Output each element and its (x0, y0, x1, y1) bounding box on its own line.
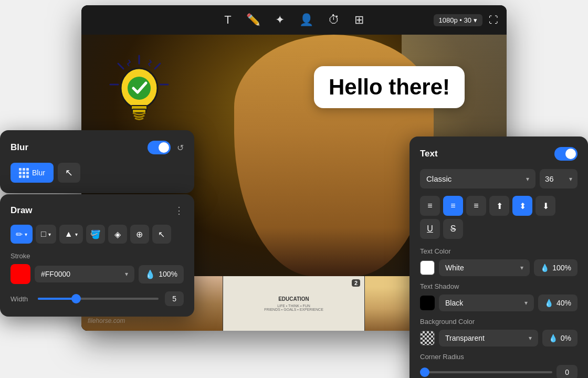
blur-toggle[interactable] (148, 141, 171, 154)
bg-color-label: Background Color (420, 318, 578, 326)
align-right-button[interactable]: ≡ (466, 196, 486, 216)
corner-radius-slider[interactable] (420, 371, 552, 373)
opacity-icon: 💧 (145, 269, 155, 279)
align-right-icon: ≡ (474, 201, 478, 211)
text-shadow-opacity-value: 40% (556, 299, 571, 307)
draw-more-icon[interactable]: ⋮ (174, 205, 184, 216)
timer-tool-icon[interactable]: ⏱ (328, 13, 340, 27)
text-top-button[interactable]: ⬆ (489, 196, 509, 216)
svg-line-3 (118, 64, 123, 69)
pen-draw-tool[interactable]: ✏ ▾ (10, 225, 33, 244)
align-center-icon: ≡ (450, 201, 455, 211)
magic-tool-icon[interactable]: ✦ (275, 13, 285, 27)
shape-draw-tool[interactable]: □ ▾ (36, 225, 56, 244)
draw-panel-title: Draw (10, 205, 33, 216)
move-tool[interactable]: ⊕ (130, 225, 149, 244)
text-underline-button[interactable]: U (420, 219, 440, 239)
pen-icon: ✏ (16, 229, 23, 239)
text-top-icon: ⬆ (496, 201, 503, 211)
text-color-opacity-icon: 💧 (540, 264, 549, 272)
bucket-icon: 🪣 (90, 229, 101, 239)
text-color-dropdown[interactable]: White ▾ (439, 259, 530, 276)
blur-panel: Blur ↺ Blur ↖ (0, 130, 194, 193)
text-middle-button[interactable]: ⬍ (512, 196, 532, 216)
select-tool[interactable]: ↖ (152, 225, 171, 244)
text-shadow-swatch (420, 296, 435, 310)
slider-thumb[interactable] (71, 294, 81, 303)
corner-radius-row: 0 (420, 365, 578, 378)
pen-chevron: ▾ (25, 232, 27, 237)
font-select[interactable]: Classic ▾ (420, 169, 536, 188)
align-center-button[interactable]: ≡ (443, 196, 463, 216)
size-chevron-icon: ▾ (569, 175, 572, 183)
cursor-button[interactable]: ↖ (58, 163, 80, 183)
text-tool-icon[interactable]: T (224, 13, 231, 27)
text-color-name: White (445, 264, 464, 272)
editor-toolbar: T ✏️ ✦ 👤 ⏱ ⊞ 1080p • 30 ▾ ⛶ (81, 5, 507, 35)
text-color-row: White ▾ 💧 100% (420, 259, 578, 276)
text-panel-header: Text (420, 147, 578, 161)
move-icon: ⊕ (136, 229, 143, 239)
text-shadow-dropdown[interactable]: Black ▾ (439, 295, 534, 311)
blur-button[interactable]: Blur (10, 163, 54, 183)
bg-color-swatch (420, 331, 435, 345)
shape-icon: □ (41, 229, 46, 239)
font-size: 36 (545, 174, 554, 183)
lightbulb-svg (102, 50, 176, 140)
bucket-tool[interactable]: 🪣 (86, 225, 105, 244)
text-color-opacity: 💧 100% (534, 259, 578, 276)
pen-tool-icon[interactable]: ✏️ (246, 13, 260, 27)
bg-color-chevron-icon: ▾ (529, 334, 532, 342)
width-slider[interactable] (38, 298, 159, 300)
hex-input[interactable]: #FF0000 ▾ (35, 266, 134, 282)
opacity-value: 100% (159, 270, 177, 278)
stroke-section: Stroke #FF0000 ▾ 💧 100% (10, 252, 184, 284)
shape-chevron: ▾ (48, 232, 51, 237)
text-color-opacity-value: 100% (552, 264, 571, 272)
text-toggle[interactable] (554, 147, 578, 161)
corner-radius-section: Corner Radius 0 (420, 353, 578, 378)
corner-radius-value: 0 (556, 365, 578, 378)
watermark: filehorse.com (88, 317, 125, 324)
text-strikethrough-button[interactable]: S (443, 219, 463, 239)
hello-bubble: Hello there! (314, 66, 465, 108)
hex-chevron-icon: ▾ (125, 270, 128, 278)
svg-rect-7 (132, 109, 146, 113)
text-color-swatch (420, 260, 435, 275)
text-color-label: Text Color (420, 247, 578, 255)
eraser-icon: ◈ (114, 229, 121, 239)
fullscreen-icon[interactable]: ⛶ (489, 15, 498, 26)
hello-text: Hello there! (329, 75, 450, 99)
eraser-tool[interactable]: ◈ (108, 225, 127, 244)
fill-draw-tool[interactable]: ▲ ▾ (59, 225, 83, 244)
width-label: Width (10, 295, 32, 303)
text-bottom-button[interactable]: ⬇ (536, 196, 555, 216)
text-middle-icon: ⬍ (519, 201, 526, 211)
bg-color-name: Transparent (445, 334, 485, 342)
grid-tool-icon[interactable]: ⊞ (354, 13, 364, 27)
bg-color-row: Transparent ▾ 💧 0% (420, 330, 578, 346)
bg-color-opacity-icon: 💧 (549, 334, 558, 342)
text-shadow-chevron-icon: ▾ (524, 299, 528, 307)
text-color-chevron-icon: ▾ (520, 264, 523, 271)
bg-color-opacity: 💧 0% (542, 330, 578, 346)
person-tool-icon[interactable]: 👤 (299, 13, 313, 27)
stroke-opacity: 💧 100% (139, 265, 184, 284)
text-shadow-label: Text Shadow (420, 282, 578, 290)
draw-panel-header: Draw ⋮ (10, 205, 184, 216)
stroke-color-picker[interactable] (10, 264, 30, 284)
bg-color-dropdown[interactable]: Transparent ▾ (439, 330, 538, 346)
underline-icon: U (427, 224, 433, 234)
draw-tools-row: ✏ ▾ □ ▾ ▲ ▾ 🪣 ◈ ⊕ ↖ (10, 225, 184, 244)
size-select[interactable]: 36 ▾ (540, 169, 578, 188)
align-left-button[interactable]: ≡ (420, 196, 440, 216)
resolution-button[interactable]: 1080p • 30 ▾ (434, 14, 482, 26)
bg-color-section: Background Color Transparent ▾ 💧 0% (420, 318, 578, 346)
corner-radius-thumb[interactable] (420, 368, 429, 377)
text-shadow-section: Text Shadow Black ▾ 💧 40% (420, 282, 578, 311)
svg-point-8 (128, 77, 151, 100)
blur-reset-icon[interactable]: ↺ (177, 143, 184, 153)
width-section: Width 5 (10, 291, 184, 306)
thumbnail-2[interactable]: EDUCATION LIFE • THINK • FUN FRIENDS • G… (223, 276, 365, 331)
blur-grid-icon (19, 168, 29, 178)
